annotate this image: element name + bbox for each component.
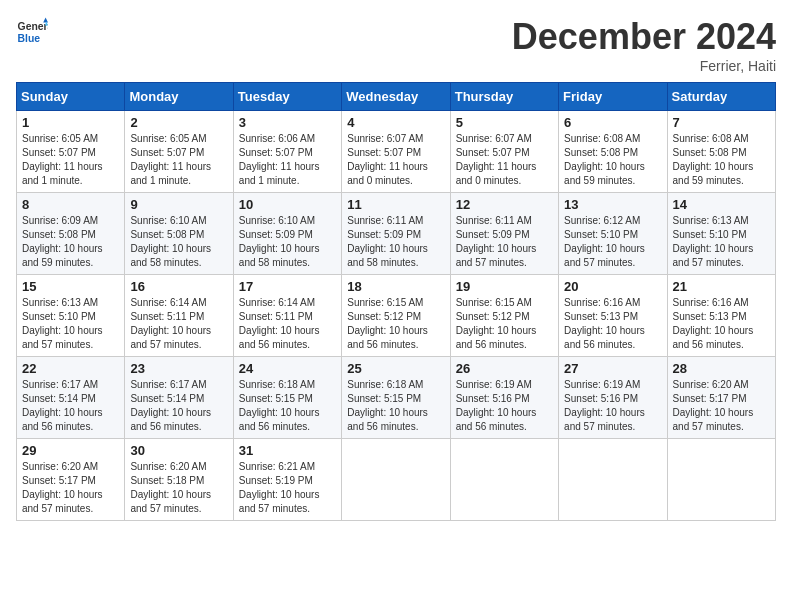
calendar-week-row: 29Sunrise: 6:20 AMSunset: 5:17 PMDayligh… — [17, 439, 776, 521]
calendar-cell: 1Sunrise: 6:05 AMSunset: 5:07 PMDaylight… — [17, 111, 125, 193]
daylight: Daylight: 11 hours and 1 minute. — [130, 161, 211, 186]
logo: General Blue — [16, 16, 48, 48]
daylight: Daylight: 10 hours and 58 minutes. — [130, 243, 211, 268]
calendar-cell — [342, 439, 450, 521]
sunrise: Sunrise: 6:14 AM — [130, 297, 206, 308]
daylight: Daylight: 11 hours and 0 minutes. — [347, 161, 428, 186]
daylight: Daylight: 10 hours and 57 minutes. — [564, 243, 645, 268]
day-info: Sunrise: 6:14 AMSunset: 5:11 PMDaylight:… — [130, 296, 227, 352]
sunset: Sunset: 5:10 PM — [564, 229, 638, 240]
sunrise: Sunrise: 6:20 AM — [22, 461, 98, 472]
sunrise: Sunrise: 6:19 AM — [564, 379, 640, 390]
day-info: Sunrise: 6:11 AMSunset: 5:09 PMDaylight:… — [347, 214, 444, 270]
day-info: Sunrise: 6:16 AMSunset: 5:13 PMDaylight:… — [673, 296, 770, 352]
day-info: Sunrise: 6:07 AMSunset: 5:07 PMDaylight:… — [456, 132, 553, 188]
sunrise: Sunrise: 6:18 AM — [239, 379, 315, 390]
calendar-cell: 9Sunrise: 6:10 AMSunset: 5:08 PMDaylight… — [125, 193, 233, 275]
day-number: 22 — [22, 361, 119, 376]
daylight: Daylight: 10 hours and 57 minutes. — [564, 407, 645, 432]
daylight: Daylight: 10 hours and 59 minutes. — [564, 161, 645, 186]
sunrise: Sunrise: 6:15 AM — [456, 297, 532, 308]
calendar-cell: 23Sunrise: 6:17 AMSunset: 5:14 PMDayligh… — [125, 357, 233, 439]
sunrise: Sunrise: 6:10 AM — [239, 215, 315, 226]
sunset: Sunset: 5:10 PM — [673, 229, 747, 240]
day-number: 7 — [673, 115, 770, 130]
calendar-cell: 25Sunrise: 6:18 AMSunset: 5:15 PMDayligh… — [342, 357, 450, 439]
daylight: Daylight: 10 hours and 57 minutes. — [239, 489, 320, 514]
weekday-header-monday: Monday — [125, 83, 233, 111]
calendar-cell: 12Sunrise: 6:11 AMSunset: 5:09 PMDayligh… — [450, 193, 558, 275]
calendar-cell: 24Sunrise: 6:18 AMSunset: 5:15 PMDayligh… — [233, 357, 341, 439]
sunset: Sunset: 5:17 PM — [22, 475, 96, 486]
calendar-cell: 2Sunrise: 6:05 AMSunset: 5:07 PMDaylight… — [125, 111, 233, 193]
daylight: Daylight: 10 hours and 59 minutes. — [22, 243, 103, 268]
day-number: 2 — [130, 115, 227, 130]
sunrise: Sunrise: 6:07 AM — [347, 133, 423, 144]
sunrise: Sunrise: 6:20 AM — [673, 379, 749, 390]
sunset: Sunset: 5:13 PM — [564, 311, 638, 322]
month-title: December 2024 — [512, 16, 776, 58]
day-info: Sunrise: 6:18 AMSunset: 5:15 PMDaylight:… — [347, 378, 444, 434]
calendar-cell: 6Sunrise: 6:08 AMSunset: 5:08 PMDaylight… — [559, 111, 667, 193]
weekday-header-tuesday: Tuesday — [233, 83, 341, 111]
day-info: Sunrise: 6:10 AMSunset: 5:08 PMDaylight:… — [130, 214, 227, 270]
sunrise: Sunrise: 6:06 AM — [239, 133, 315, 144]
day-info: Sunrise: 6:13 AMSunset: 5:10 PMDaylight:… — [673, 214, 770, 270]
day-info: Sunrise: 6:19 AMSunset: 5:16 PMDaylight:… — [456, 378, 553, 434]
sunset: Sunset: 5:11 PM — [130, 311, 204, 322]
weekday-header-thursday: Thursday — [450, 83, 558, 111]
sunset: Sunset: 5:09 PM — [456, 229, 530, 240]
day-number: 10 — [239, 197, 336, 212]
sunset: Sunset: 5:07 PM — [347, 147, 421, 158]
day-number: 12 — [456, 197, 553, 212]
day-info: Sunrise: 6:05 AMSunset: 5:07 PMDaylight:… — [22, 132, 119, 188]
day-number: 6 — [564, 115, 661, 130]
sunset: Sunset: 5:12 PM — [347, 311, 421, 322]
sunset: Sunset: 5:08 PM — [22, 229, 96, 240]
calendar-cell: 29Sunrise: 6:20 AMSunset: 5:17 PMDayligh… — [17, 439, 125, 521]
daylight: Daylight: 10 hours and 56 minutes. — [239, 407, 320, 432]
day-number: 20 — [564, 279, 661, 294]
day-info: Sunrise: 6:08 AMSunset: 5:08 PMDaylight:… — [564, 132, 661, 188]
sunrise: Sunrise: 6:11 AM — [347, 215, 423, 226]
day-info: Sunrise: 6:09 AMSunset: 5:08 PMDaylight:… — [22, 214, 119, 270]
sunset: Sunset: 5:18 PM — [130, 475, 204, 486]
day-number: 3 — [239, 115, 336, 130]
daylight: Daylight: 11 hours and 1 minute. — [239, 161, 320, 186]
sunset: Sunset: 5:08 PM — [673, 147, 747, 158]
calendar-cell: 18Sunrise: 6:15 AMSunset: 5:12 PMDayligh… — [342, 275, 450, 357]
calendar-week-row: 15Sunrise: 6:13 AMSunset: 5:10 PMDayligh… — [17, 275, 776, 357]
calendar-cell: 21Sunrise: 6:16 AMSunset: 5:13 PMDayligh… — [667, 275, 775, 357]
sunset: Sunset: 5:13 PM — [673, 311, 747, 322]
calendar-cell: 17Sunrise: 6:14 AMSunset: 5:11 PMDayligh… — [233, 275, 341, 357]
sunrise: Sunrise: 6:17 AM — [22, 379, 98, 390]
page-header: General Blue December 2024 Ferrier, Hait… — [16, 16, 776, 74]
svg-marker-2 — [43, 18, 48, 23]
daylight: Daylight: 10 hours and 57 minutes. — [22, 325, 103, 350]
sunrise: Sunrise: 6:16 AM — [673, 297, 749, 308]
weekday-header-wednesday: Wednesday — [342, 83, 450, 111]
day-number: 17 — [239, 279, 336, 294]
sunrise: Sunrise: 6:21 AM — [239, 461, 315, 472]
daylight: Daylight: 11 hours and 0 minutes. — [456, 161, 537, 186]
day-number: 9 — [130, 197, 227, 212]
calendar-cell: 10Sunrise: 6:10 AMSunset: 5:09 PMDayligh… — [233, 193, 341, 275]
day-info: Sunrise: 6:07 AMSunset: 5:07 PMDaylight:… — [347, 132, 444, 188]
day-info: Sunrise: 6:06 AMSunset: 5:07 PMDaylight:… — [239, 132, 336, 188]
day-number: 30 — [130, 443, 227, 458]
calendar-cell: 13Sunrise: 6:12 AMSunset: 5:10 PMDayligh… — [559, 193, 667, 275]
logo-icon: General Blue — [16, 16, 48, 48]
sunrise: Sunrise: 6:20 AM — [130, 461, 206, 472]
sunrise: Sunrise: 6:05 AM — [22, 133, 98, 144]
calendar-cell: 3Sunrise: 6:06 AMSunset: 5:07 PMDaylight… — [233, 111, 341, 193]
day-info: Sunrise: 6:10 AMSunset: 5:09 PMDaylight:… — [239, 214, 336, 270]
sunset: Sunset: 5:09 PM — [347, 229, 421, 240]
sunset: Sunset: 5:17 PM — [673, 393, 747, 404]
day-number: 27 — [564, 361, 661, 376]
day-info: Sunrise: 6:14 AMSunset: 5:11 PMDaylight:… — [239, 296, 336, 352]
sunrise: Sunrise: 6:08 AM — [564, 133, 640, 144]
sunrise: Sunrise: 6:12 AM — [564, 215, 640, 226]
day-info: Sunrise: 6:15 AMSunset: 5:12 PMDaylight:… — [456, 296, 553, 352]
day-info: Sunrise: 6:18 AMSunset: 5:15 PMDaylight:… — [239, 378, 336, 434]
sunrise: Sunrise: 6:17 AM — [130, 379, 206, 390]
